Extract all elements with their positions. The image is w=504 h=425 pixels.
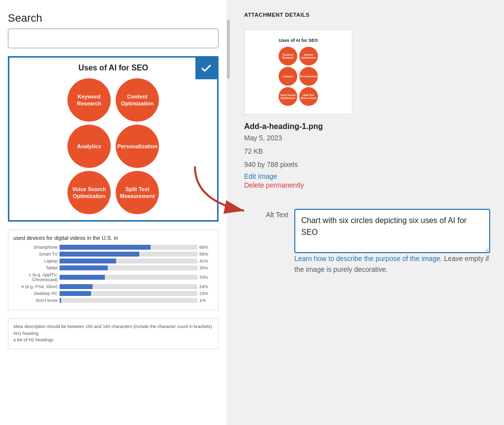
file-date: May 5, 2023 (244, 132, 490, 144)
bar-row-laptop: Laptop 41% (13, 259, 213, 263)
text-preview: Meta description should be between 150 a… (13, 324, 213, 344)
search-label: Search (8, 12, 219, 25)
alt-text-label: Alt Text (266, 209, 288, 219)
circle-content: ContentOptimization (116, 78, 159, 122)
file-size: 72 KB (244, 145, 490, 158)
selected-media-item[interactable]: Uses of AI for SEO KeywordResearch Conte… (8, 56, 219, 222)
attachment-details-title: ATTACHMENT DETAILS (244, 12, 490, 18)
circle-analytics: Analytics (67, 125, 111, 168)
edit-image-link[interactable]: Edit Image (244, 172, 490, 180)
thumb-circle-keyword: KeywordResearch (279, 47, 297, 65)
right-panel: ATTACHMENT DETAILS Uses of AI for SEO Ke… (230, 0, 504, 425)
file-info: Add-a-heading-1.png May 5, 2023 72 KB 94… (244, 122, 490, 189)
circle-voice: Voice SearchOptimization (67, 171, 111, 214)
circle-split: Split TestMeasurement (116, 171, 159, 214)
circles-row-bottom: Voice SearchOptimization Split TestMeasu… (67, 171, 159, 214)
delete-permanently-link[interactable]: Delete permanently (244, 181, 490, 189)
bar-row-smartphone: Smartphone 66% (13, 245, 213, 250)
thumb-circle-analytics: Analytics (279, 67, 297, 86)
selected-checkmark (195, 58, 217, 79)
text-media-item[interactable]: Meta description should be between 150 a… (8, 318, 219, 349)
bar-row-console: e (e.g. PS4, Xbox) 24% (13, 284, 213, 289)
thumb-circle-personalization: Personalization (299, 67, 318, 86)
circles-row-middle: Analytics Personalization (67, 125, 159, 168)
scroll-thumb[interactable] (227, 20, 230, 79)
circle-personalization: Personalization (116, 125, 159, 168)
left-panel: Search Uses of AI for SEO KeywordResearc… (0, 0, 226, 425)
file-dimensions: 940 by 788 pixels (244, 159, 490, 171)
thumb-circle-split: Split TestMeasurement (299, 87, 318, 106)
thumb-circle-voice: Voice SearchOptimization (279, 87, 297, 106)
chart-title: Uses of AI for SEO (15, 64, 211, 72)
file-name: Add-a-heading-1.png (244, 122, 490, 131)
attachment-thumbnail: Uses of AI for SEO KeywordResearch Conte… (244, 30, 352, 114)
circles-container: KeywordResearch ContentOptimization Anal… (15, 78, 211, 214)
circle-keyword: KeywordResearch (67, 78, 111, 122)
thumb-circles: KeywordResearch ContentOptimization Anal… (252, 47, 344, 106)
bar-row-smarttv: Smart TV 58% (13, 252, 213, 257)
alt-text-hint: Learn how to describe the purpose of the… (294, 253, 490, 275)
alt-text-section: Alt Text (244, 209, 490, 253)
bar-row-desktop: Desktop PC 23% (13, 291, 213, 296)
thumb-circle-content: ContentOptimization (299, 47, 318, 65)
ai-seo-chart: Uses of AI for SEO KeywordResearch Conte… (15, 64, 211, 214)
alt-text-hint-link[interactable]: Learn how to describe the purpose of the… (294, 255, 441, 262)
bar-chart-title: used devices for digital videos in the U… (13, 235, 213, 241)
circles-row-top: KeywordResearch ContentOptimization (67, 78, 159, 122)
bar-chart-media-item[interactable]: used devices for digital videos in the U… (8, 229, 219, 310)
thumb-title: Uses of AI for SEO (252, 38, 344, 43)
search-input[interactable] (8, 29, 219, 48)
bar-row-dontknow: Don't know 1% (13, 298, 213, 303)
alt-text-input[interactable] (294, 209, 490, 253)
bar-row-tablet: Tablet 35% (13, 265, 213, 270)
bar-row-appletv: c (e.g. ApplTV, Chromecast) 33% (13, 272, 213, 282)
alt-text-section-wrapper: Alt Text Learn how to describe the purpo… (244, 201, 490, 275)
thumb-chart: Uses of AI for SEO KeywordResearch Conte… (252, 38, 344, 106)
scrollbar[interactable] (226, 0, 230, 425)
